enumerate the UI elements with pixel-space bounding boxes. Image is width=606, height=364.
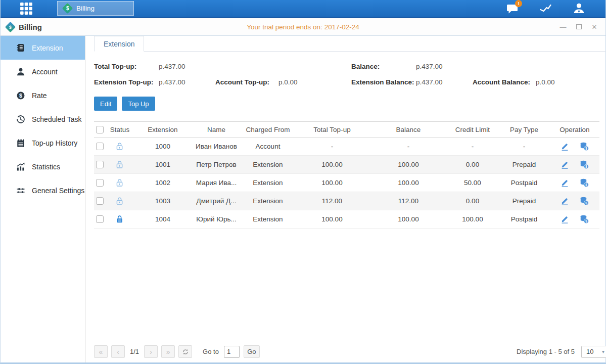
- sidebar-item-general-settings[interactable]: General Settings: [1, 178, 85, 202]
- cell-pay-type: Postpaid: [498, 210, 550, 229]
- next-page-button[interactable]: ›: [144, 345, 158, 358]
- svg-text:$: $: [585, 219, 587, 223]
- cell-extension: 1001: [134, 156, 191, 174]
- last-page-button[interactable]: »: [161, 345, 175, 358]
- table-row[interactable]: 1001Петр ПетровExtension100.00100.000.00…: [94, 156, 599, 174]
- status-lock-icon: [115, 142, 124, 150]
- row-topup-button[interactable]: $: [579, 160, 589, 169]
- balance-value: p.437.00: [416, 63, 473, 70]
- taskbar-tab-label: Billing: [76, 5, 95, 12]
- cell-pay-type: Prepaid: [498, 192, 550, 210]
- total-topup-value: p.437.00: [159, 63, 215, 70]
- top-up-coins-icon: $: [579, 142, 589, 151]
- cell-charged-from: Extension: [242, 174, 294, 192]
- prev-page-button[interactable]: ‹: [111, 345, 125, 358]
- sidebar-item-rate[interactable]: $ Rate: [1, 83, 85, 107]
- refresh-button[interactable]: [178, 345, 192, 358]
- row-edit-button[interactable]: [560, 178, 570, 188]
- bar-chart-arrow-icon: [16, 162, 25, 171]
- sidebar-label: Account: [32, 68, 58, 76]
- row-checkbox[interactable]: [96, 197, 104, 205]
- table-row[interactable]: 1004Юрий Юрь...Extension100.00100.00100.…: [94, 210, 599, 229]
- account-button[interactable]: [571, 2, 586, 15]
- top-up-button[interactable]: Top Up: [122, 97, 155, 111]
- first-page-button[interactable]: «: [94, 345, 108, 358]
- extension-balance-value: p.437.00: [416, 78, 473, 86]
- row-topup-button[interactable]: $: [579, 178, 589, 188]
- sliders-icon: [16, 186, 25, 195]
- cell-name: Юрий Юрь...: [191, 210, 242, 229]
- notifications-button[interactable]: !: [504, 2, 520, 15]
- row-edit-button[interactable]: [560, 142, 570, 151]
- sidebar-item-scheduled-task[interactable]: Scheduled Task: [1, 107, 85, 131]
- close-button[interactable]: ✕: [590, 23, 598, 31]
- select-all-checkbox[interactable]: [96, 126, 104, 133]
- cell-total-topup: 100.00: [294, 210, 370, 229]
- row-edit-button[interactable]: [560, 160, 570, 169]
- monitor-button[interactable]: [538, 2, 553, 15]
- app-launcher-icon[interactable]: [18, 1, 35, 16]
- table-row[interactable]: 1000Иван ИвановAccount----$: [94, 138, 599, 156]
- top-up-coins-icon: $: [579, 178, 589, 188]
- sidebar-item-extension[interactable]: Extension: [1, 36, 85, 60]
- lock-open-icon: [115, 178, 124, 188]
- row-topup-button[interactable]: $: [579, 142, 589, 151]
- lock-open-icon: [115, 160, 124, 169]
- cell-extension: 1002: [134, 174, 191, 192]
- address-book-icon: [16, 43, 25, 53]
- sidebar-item-account[interactable]: Account: [1, 60, 85, 83]
- cell-charged-from: Account: [242, 138, 294, 156]
- notepad-icon: [16, 139, 25, 148]
- col-extension: Extension: [134, 122, 191, 138]
- cell-balance: 100.00: [370, 174, 447, 192]
- col-credit-limit: Credit Limit: [447, 122, 498, 138]
- grid-icon: [20, 2, 33, 15]
- edit-pencil-icon: [560, 160, 570, 169]
- minimize-button[interactable]: —: [559, 23, 567, 31]
- row-checkbox[interactable]: [96, 143, 104, 150]
- table-row[interactable]: 1002Мария Ива...Extension100.00100.0050.…: [94, 174, 599, 192]
- row-checkbox[interactable]: [96, 215, 104, 223]
- row-topup-button[interactable]: $: [579, 196, 589, 206]
- edit-button[interactable]: Edit: [94, 97, 117, 111]
- person-icon: [573, 2, 585, 15]
- sidebar-label: Top-up History: [32, 139, 77, 147]
- taskbar-tab-billing[interactable]: Billing: [57, 1, 134, 16]
- page-size-select[interactable]: 10 ▾: [581, 346, 606, 358]
- col-operation: Operation: [550, 122, 599, 138]
- dollar-circle-icon: $: [16, 91, 25, 100]
- goto-page-input[interactable]: [224, 346, 240, 358]
- cell-charged-from: Extension: [242, 156, 294, 174]
- tab-extension[interactable]: Extension: [94, 36, 144, 52]
- person-icon: [16, 67, 25, 76]
- row-edit-button[interactable]: [560, 214, 570, 224]
- top-up-coins-icon: $: [579, 214, 589, 224]
- row-edit-button[interactable]: [560, 196, 570, 206]
- sidebar-label: Rate: [32, 92, 47, 100]
- col-balance: Balance: [370, 122, 447, 138]
- sidebar-item-statistics[interactable]: Statistics: [1, 155, 85, 178]
- status-lock-icon: [115, 197, 124, 204]
- sidebar-label: Statistics: [32, 163, 60, 171]
- sidebar-label: Scheduled Task: [32, 115, 82, 123]
- cell-pay-type: Prepaid: [498, 156, 550, 174]
- table-row[interactable]: 1003Дмитрий Д...Extension112.00112.000.0…: [94, 192, 599, 210]
- sidebar: Extension Account $ Rate: [1, 36, 85, 362]
- svg-text:$: $: [19, 92, 22, 98]
- lock-closed-icon: [115, 214, 124, 224]
- cell-total-topup: -: [294, 138, 370, 156]
- status-lock-icon: [115, 160, 124, 168]
- cell-total-topup: 100.00: [294, 156, 370, 174]
- sidebar-item-topup-history[interactable]: Top-up History: [1, 131, 85, 155]
- row-checkbox[interactable]: [96, 179, 104, 187]
- row-checkbox[interactable]: [96, 161, 104, 168]
- cell-balance: 112.00: [370, 192, 447, 210]
- account-balance-value: p.0.00: [536, 78, 555, 86]
- line-chart-icon: [539, 3, 552, 15]
- window-controls: — ✕: [559, 23, 598, 31]
- maximize-button[interactable]: [575, 23, 583, 31]
- row-topup-button[interactable]: $: [579, 214, 589, 224]
- extension-topup-label: Extension Top-up:: [94, 78, 159, 86]
- go-button[interactable]: Go: [244, 345, 260, 358]
- extensions-table: Status Extension Name Charged From Total…: [94, 121, 599, 229]
